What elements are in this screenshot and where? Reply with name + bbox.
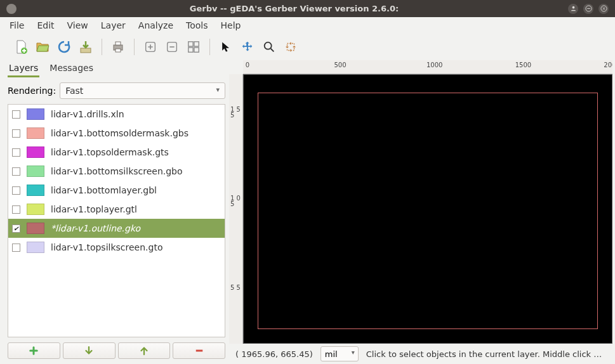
ruler-corner [229, 60, 243, 74]
menu-help[interactable]: Help [215, 18, 247, 32]
layer-name: lidar-v1.topsoldermask.gts [51, 147, 169, 157]
layer-name: *lidar-v1.outline.gko [51, 223, 140, 233]
svg-rect-12 [194, 42, 199, 46]
layer-visibility-checkbox[interactable]: ✔ [12, 224, 20, 233]
layer-add-button[interactable] [8, 342, 60, 359]
layer-color-swatch[interactable] [27, 166, 44, 177]
layer-color-swatch[interactable] [27, 127, 44, 139]
zoom-fit-icon[interactable] [184, 37, 203, 56]
svg-rect-2 [587, 8, 590, 9]
sidebar: Layers Messages Rendering: Fast lidar-v1… [0, 60, 229, 364]
new-file-icon[interactable] [11, 37, 30, 56]
open-folder-icon[interactable] [33, 37, 52, 56]
menu-edit[interactable]: Edit [31, 18, 60, 32]
svg-rect-7 [116, 42, 121, 45]
tab-messages[interactable]: Messages [48, 62, 95, 77]
canvas-area: 0500100015002000 1 5 51 0 55 5 ( 1965.96… [229, 60, 615, 364]
ruler-v-tick: 1 5 5 [230, 107, 242, 118]
layer-row[interactable]: lidar-v1.bottomsilkscreen.gbo [8, 162, 225, 181]
svg-rect-11 [188, 42, 193, 46]
ruler-h-tick: 2000 [604, 62, 612, 68]
svg-point-0 [572, 6, 574, 9]
ruler-v-tick: 1 0 5 [230, 195, 242, 207]
layer-row[interactable]: lidar-v1.topsoldermask.gts [8, 143, 225, 162]
zoom-tool-icon[interactable] [260, 37, 279, 56]
layer-name: lidar-v1.bottomlayer.gbl [51, 185, 157, 195]
layer-row[interactable]: lidar-v1.bottomlayer.gbl [8, 181, 225, 200]
layer-row[interactable]: lidar-v1.drills.xln [8, 105, 225, 124]
zoom-out-icon[interactable] [162, 37, 182, 56]
ruler-horizontal: 0500100015002000 [243, 60, 612, 74]
layer-name: lidar-v1.drills.xln [51, 109, 124, 119]
ruler-v-tick: 5 5 [230, 285, 241, 290]
layer-visibility-checkbox[interactable] [12, 205, 20, 214]
layer-name: lidar-v1.topsilkscreen.gto [51, 242, 162, 252]
layer-visibility-checkbox[interactable] [12, 186, 20, 195]
menu-analyze[interactable]: Analyze [133, 18, 179, 32]
ruler-h-tick: 1500 [515, 62, 531, 68]
menu-tools[interactable]: Tools [180, 18, 214, 32]
ruler-vertical: 1 5 51 0 55 5 [229, 74, 243, 344]
layer-row[interactable]: ✔*lidar-v1.outline.gko [8, 219, 225, 238]
pan-tool-icon[interactable] [238, 37, 257, 56]
pointer-tool-icon[interactable] [216, 37, 235, 56]
svg-rect-8 [116, 49, 121, 52]
zoom-in-icon[interactable] [141, 37, 160, 56]
save-icon[interactable] [76, 37, 95, 56]
titlebar: Gerbv -- gEDA's Gerber Viewer version 2.… [0, 0, 615, 17]
layer-color-swatch[interactable] [27, 242, 44, 253]
layer-color-swatch[interactable] [27, 223, 44, 234]
window-title: Gerbv -- gEDA's Gerber Viewer version 2.… [20, 4, 568, 13]
layer-row[interactable]: lidar-v1.bottomsoldermask.gbs [8, 124, 225, 143]
layer-move-up-button[interactable] [118, 342, 171, 359]
ruler-h-tick: 1000 [427, 62, 442, 68]
menu-view[interactable]: View [62, 18, 94, 32]
menu-file[interactable]: File [4, 18, 30, 32]
menu-layer[interactable]: Layer [95, 18, 131, 32]
layer-visibility-checkbox[interactable] [12, 244, 20, 252]
layer-name: lidar-v1.bottomsoldermask.gbs [51, 128, 188, 138]
layer-visibility-checkbox[interactable] [12, 148, 20, 157]
canvas[interactable] [243, 74, 612, 344]
rendering-select[interactable]: Fast [60, 82, 225, 99]
svg-rect-17 [195, 350, 202, 352]
minimize-icon[interactable] [583, 4, 593, 14]
close-icon[interactable] [598, 4, 609, 14]
ruler-h-tick: 0 [246, 62, 249, 68]
user-icon[interactable] [568, 4, 578, 14]
status-coords: ( 1965.96, 665.45) [235, 349, 313, 359]
statusbar: ( 1965.96, 665.45) mil Click to select o… [229, 344, 612, 364]
layer-color-swatch[interactable] [27, 108, 44, 120]
rendering-label: Rendering: [8, 86, 56, 96]
layer-remove-button[interactable] [173, 342, 225, 359]
layer-move-down-button[interactable] [63, 342, 116, 359]
layer-list[interactable]: lidar-v1.drills.xlnlidar-v1.bottomsolder… [8, 104, 225, 337]
layer-visibility-checkbox[interactable] [12, 167, 20, 176]
svg-rect-13 [188, 48, 193, 52]
outline-rect [258, 93, 598, 329]
sidebar-tabs: Layers Messages [4, 60, 229, 77]
status-hint: Click to select objects in the current l… [366, 349, 606, 359]
ruler-h-tick: 500 [334, 62, 347, 68]
svg-point-15 [265, 42, 272, 49]
toolbar [0, 34, 615, 60]
layer-visibility-checkbox[interactable] [12, 129, 20, 138]
unit-select[interactable]: mil [321, 346, 359, 361]
reload-icon[interactable] [55, 37, 74, 56]
menubar: File Edit View Layer Analyze Tools Help [0, 17, 615, 34]
tab-layers[interactable]: Layers [8, 62, 39, 77]
app-menu-icon [6, 4, 17, 14]
layer-color-swatch[interactable] [27, 204, 44, 215]
print-icon[interactable] [109, 37, 128, 56]
layer-visibility-checkbox[interactable] [12, 110, 20, 119]
measure-tool-icon[interactable] [281, 37, 300, 56]
svg-rect-14 [194, 48, 199, 52]
layer-row[interactable]: lidar-v1.topsilkscreen.gto [8, 238, 225, 257]
layer-row[interactable]: lidar-v1.toplayer.gtl [8, 200, 225, 219]
layer-color-swatch[interactable] [27, 146, 44, 158]
layer-color-swatch[interactable] [27, 185, 44, 196]
layer-name: lidar-v1.bottomsilkscreen.gbo [51, 166, 183, 176]
svg-rect-5 [81, 48, 91, 53]
toolbar-separator [209, 39, 210, 55]
toolbar-separator [134, 39, 135, 55]
